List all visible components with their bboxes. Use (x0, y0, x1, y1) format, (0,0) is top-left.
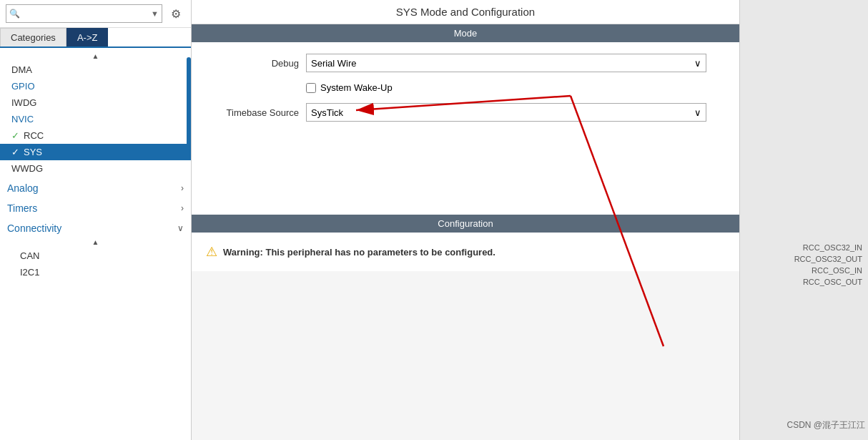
rcc-check-icon: ✓ (11, 130, 19, 141)
i2c1-label: I2C1 (20, 267, 39, 278)
sidebar-item-nvic[interactable]: NVIC (0, 111, 191, 127)
sidebar-content: ▲ DMA GPIO IWDG NVIC ✓ RCC ✓ SYS (0, 48, 191, 440)
sidebar-item-i2c1[interactable]: I2C1 (0, 264, 191, 280)
sys-check-icon: ✓ (11, 147, 19, 157)
sidebar-item-can[interactable]: CAN (0, 248, 191, 264)
gear-icon: ⚙ (171, 7, 181, 21)
section-timers[interactable]: Timers › (0, 197, 191, 217)
sidebar: 🔍 ▼ ⚙ Categories A->Z ▲ DMA GPIO IWDG (0, 0, 192, 440)
analog-chevron-icon: › (181, 183, 184, 193)
panel-title: SYS Mode and Configuration (192, 0, 739, 24)
wakeup-checkbox[interactable] (306, 83, 316, 93)
timebase-value: SysTick (311, 107, 343, 118)
warning-row: ⚠ Warning: This peripheral has no parame… (192, 233, 739, 271)
spacer (192, 143, 739, 215)
config-section-bar: Configuration (192, 215, 739, 233)
scroll-indicator[interactable] (187, 57, 191, 150)
search-input[interactable] (20, 9, 151, 19)
wwdg-label: WWDG (11, 163, 43, 174)
analog-label: Analog (7, 182, 39, 194)
sidebar-item-wwdg[interactable]: WWDG (0, 160, 191, 177)
mode-section: Debug Serial Wire ∨ System Wake-Up Timeb… (192, 42, 739, 143)
main-content: SYS Mode and Configuration Mode Debug Se… (192, 0, 739, 440)
sidebar-item-gpio[interactable]: GPIO (0, 78, 191, 94)
debug-field-row: Debug Serial Wire ∨ (206, 54, 725, 72)
timebase-field-row: Timebase Source SysTick ∨ (206, 103, 725, 122)
tab-categories[interactable]: Categories (0, 28, 66, 47)
sidebar-item-dma[interactable]: DMA (0, 62, 191, 78)
timebase-select[interactable]: SysTick ∨ (306, 103, 706, 122)
can-label: CAN (20, 250, 39, 261)
connectivity-chevron-icon: ∨ (177, 223, 184, 233)
sidebar-top: 🔍 ▼ ⚙ (0, 0, 191, 28)
section-analog[interactable]: Analog › (0, 177, 191, 197)
timers-chevron-icon: › (181, 203, 184, 213)
sidebar-item-iwdg[interactable]: IWDG (0, 94, 191, 111)
debug-select[interactable]: Serial Wire ∨ (306, 54, 706, 72)
chevron-down-icon[interactable]: ▼ (151, 9, 159, 18)
nvic-label: NVIC (11, 114, 34, 124)
config-panel: Mode Debug Serial Wire ∨ System Wake-Up (192, 24, 739, 440)
timers-label: Timers (7, 202, 37, 214)
section-connectivity[interactable]: Connectivity ∨ (0, 217, 191, 237)
warning-icon: ⚠ (206, 244, 217, 260)
sys-label: SYS (24, 147, 42, 157)
warning-text: Warning: This peripheral has no paramete… (223, 247, 495, 258)
sidebar-item-rcc[interactable]: ✓ RCC (0, 127, 191, 144)
sidebar-item-sys[interactable]: ✓ SYS (0, 144, 191, 160)
right-label-oscin: RCC_OSC_IN (743, 265, 865, 276)
debug-value: Serial Wire (311, 58, 357, 69)
tab-bar: Categories A->Z (0, 28, 191, 48)
wakeup-row: System Wake-Up (306, 82, 725, 93)
timebase-chevron-icon: ∨ (694, 107, 701, 118)
dma-label: DMA (11, 64, 32, 75)
scroll-up-2-button[interactable]: ▲ (0, 237, 191, 248)
iwdg-label: IWDG (11, 97, 36, 108)
debug-chevron-icon: ∨ (694, 58, 701, 69)
config-section: ⚠ Warning: This peripheral has no parame… (192, 233, 739, 271)
gpio-label: GPIO (11, 81, 35, 92)
scroll-up-button[interactable]: ▲ (0, 51, 191, 62)
rcc-label: RCC (24, 130, 44, 141)
right-panel: RCC_OSC32_IN RCC_OSC32_OUT RCC_OSC_IN RC… (739, 0, 868, 440)
tab-az[interactable]: A->Z (66, 28, 109, 47)
right-label-osc32out: RCC_OSC32_OUT (743, 253, 865, 265)
gear-button[interactable]: ⚙ (167, 4, 185, 23)
mode-section-bar: Mode (192, 24, 739, 42)
right-label-oscout: RCC_OSC_OUT (743, 276, 865, 288)
watermark: CSDN @混子王江江 (743, 416, 865, 434)
wakeup-label: System Wake-Up (320, 82, 393, 93)
connectivity-label: Connectivity (7, 223, 61, 234)
search-icon: 🔍 (9, 9, 20, 19)
timebase-label: Timebase Source (206, 107, 299, 118)
search-box[interactable]: 🔍 ▼ (6, 4, 162, 23)
right-label-osc32in: RCC_OSC32_IN (743, 242, 865, 253)
debug-label: Debug (206, 58, 299, 69)
